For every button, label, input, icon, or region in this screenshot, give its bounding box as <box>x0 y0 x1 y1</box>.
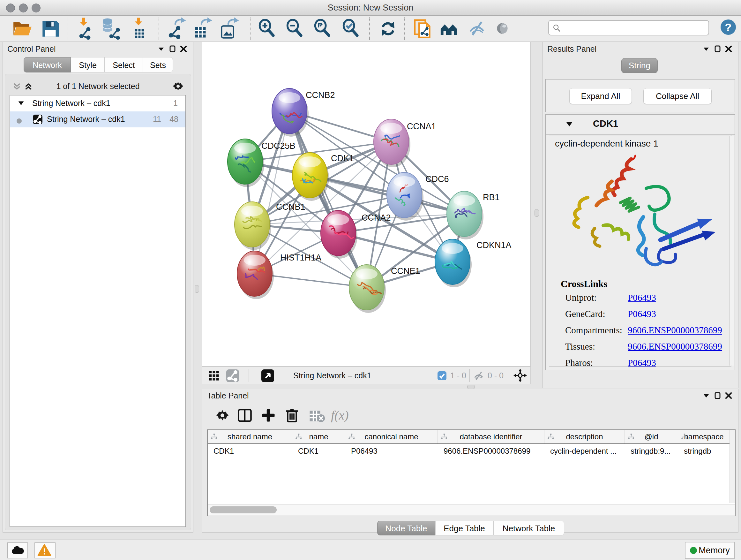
crosslink-row: Uniprot: P06493 <box>549 293 732 305</box>
pan-crosshair-icon[interactable] <box>514 369 527 383</box>
help-icon[interactable]: ? <box>721 19 736 35</box>
import-network-from-database-icon[interactable] <box>100 18 121 39</box>
left-splitter-handle[interactable] <box>195 285 199 293</box>
tab-select[interactable]: Select <box>105 57 143 72</box>
zoom-out-icon[interactable] <box>285 18 306 39</box>
table-cell[interactable]: CDK1 <box>208 444 292 458</box>
column-type-icon <box>627 433 635 441</box>
zoom-in-icon[interactable] <box>257 18 278 39</box>
column-type-icon <box>348 433 355 441</box>
warning-icon[interactable] <box>35 543 56 558</box>
entry-header-row[interactable]: CDK1 <box>546 115 735 135</box>
refresh-view-icon[interactable] <box>378 18 399 39</box>
tab-network[interactable]: Network <box>23 57 71 72</box>
selected-count-text: 1 - 0 <box>450 367 466 384</box>
open-session-icon[interactable] <box>11 18 32 39</box>
entry-description: cyclin-dependent kinase 1 <box>555 138 658 149</box>
delete-column-icon[interactable] <box>284 408 300 423</box>
network-view-canvas[interactable]: CCNB2CCNA1CDC25BCDK1CDC6RB1CCNB1CCNA2CDK… <box>202 42 531 367</box>
main-toolbar: ? <box>0 16 741 42</box>
tab-string[interactable]: String <box>621 58 658 73</box>
table-cell[interactable]: cyclin-dependent ... <box>544 444 625 458</box>
crosslink-link[interactable]: P06493 <box>628 358 656 368</box>
crosslink-link[interactable]: P06493 <box>628 293 656 303</box>
graph-node-label: HIST1H1A <box>280 253 321 262</box>
save-session-icon[interactable] <box>40 18 61 39</box>
column-header-description[interactable]: description <box>544 430 625 443</box>
table-panel-close-icon[interactable] <box>725 392 732 401</box>
share-view-icon[interactable] <box>226 369 239 383</box>
control-panel-float-menu-icon[interactable] <box>157 45 165 54</box>
control-panel-title: Control Panel <box>7 44 56 54</box>
results-panel-float-menu-icon[interactable] <box>702 45 710 54</box>
column-header-id[interactable]: @id <box>625 430 678 443</box>
tab-edge-table[interactable]: Edge Table <box>435 521 493 536</box>
settings-gear-icon[interactable] <box>215 408 230 423</box>
expand-all-button[interactable]: Expand All <box>569 88 632 104</box>
column-header-sharedname[interactable]: shared name <box>208 430 292 443</box>
hide-selection-icon[interactable] <box>468 18 489 39</box>
tab-style[interactable]: Style <box>71 57 105 72</box>
tab-network-table[interactable]: Network Table <box>493 521 564 536</box>
table-horizontal-scrollbar[interactable] <box>208 504 735 516</box>
results-panel-close-icon[interactable] <box>725 45 732 54</box>
delete-table-icon[interactable] <box>308 408 323 423</box>
title-bar: Session: New Session <box>0 0 741 16</box>
cloud-icon[interactable] <box>7 543 28 558</box>
control-panel-close-icon[interactable] <box>180 45 187 54</box>
export-network-icon[interactable] <box>165 18 186 39</box>
export-image-icon[interactable] <box>218 18 239 39</box>
memory-button[interactable]: Memory <box>685 542 735 559</box>
selected-checkbox[interactable] <box>437 371 447 382</box>
split-columns-icon[interactable] <box>237 408 253 423</box>
collection-expander-icon[interactable] <box>17 99 24 109</box>
export-table-icon[interactable] <box>192 18 212 39</box>
string-network-graph[interactable]: CCNB2CCNA1CDC25BCDK1CDC6RB1CCNB1CCNA2CDK… <box>202 42 530 366</box>
new-network-from-selection-icon[interactable] <box>412 18 433 39</box>
zoom-fit-content-icon[interactable] <box>313 18 333 39</box>
import-network-from-file-icon[interactable] <box>74 18 95 39</box>
network-row[interactable]: String Network – cdk1 11 48 <box>10 111 185 127</box>
results-panel-undock-icon[interactable] <box>714 45 722 54</box>
graph-node-label: CDK1 <box>331 153 354 163</box>
table-cell[interactable]: P06493 <box>345 444 438 458</box>
import-table-from-file-icon[interactable] <box>129 18 150 39</box>
scrollbar-thumb[interactable] <box>210 506 277 513</box>
entry-collapse-icon[interactable] <box>565 120 573 129</box>
column-header-name[interactable]: name <box>292 430 345 443</box>
bottom-splitter-handle[interactable] <box>467 385 475 389</box>
table-cell[interactable]: stringdb:9... <box>625 444 678 458</box>
column-header-canonicalname[interactable]: canonical name <box>345 430 438 443</box>
search-input[interactable] <box>564 21 706 34</box>
graph-node-label: CCNB1 <box>276 202 306 212</box>
tab-node-table[interactable]: Node Table <box>377 521 435 536</box>
network-options-gear-icon[interactable] <box>172 80 185 94</box>
first-neighbors-icon[interactable] <box>440 18 461 39</box>
table-cell[interactable]: stringdb <box>678 444 730 458</box>
results-scrollbar[interactable] <box>729 136 734 366</box>
crosslink-link[interactable]: P06493 <box>628 309 656 319</box>
table-vertical-scrollbar[interactable] <box>730 430 735 503</box>
search-box[interactable] <box>548 20 709 36</box>
column-header-databaseidentifier[interactable]: database identifier <box>438 430 544 443</box>
column-header-namespace[interactable]: namespace <box>678 430 730 443</box>
table-panel-undock-icon[interactable] <box>714 392 722 401</box>
right-splitter-handle[interactable] <box>535 209 539 217</box>
tab-sets[interactable]: Sets <box>143 57 173 72</box>
collapse-all-button[interactable]: Collapse All <box>643 88 712 104</box>
crosslink-link[interactable]: 9606.ENSP00000378699 <box>628 325 722 335</box>
add-column-icon[interactable] <box>261 408 276 423</box>
table-cell[interactable]: 9606.ENSP00000378699 <box>438 444 544 458</box>
graph-node-label: CCNA2 <box>361 213 391 223</box>
crosslink-link[interactable]: 9606.ENSP00000378699 <box>628 341 722 352</box>
table-cell[interactable]: CDK1 <box>292 444 345 458</box>
network-collection-row[interactable]: String Network – cdk1 1 <box>10 96 185 111</box>
zoom-selected-icon[interactable] <box>341 18 362 39</box>
open-in-window-icon[interactable] <box>261 369 274 383</box>
show-all-icon[interactable] <box>492 18 513 39</box>
table-panel-float-menu-icon[interactable] <box>702 392 710 401</box>
hidden-count-text: 0 - 0 <box>488 367 503 384</box>
control-panel-undock-icon[interactable] <box>169 45 177 54</box>
column-type-icon <box>681 433 688 441</box>
grid-view-icon[interactable] <box>208 370 220 383</box>
